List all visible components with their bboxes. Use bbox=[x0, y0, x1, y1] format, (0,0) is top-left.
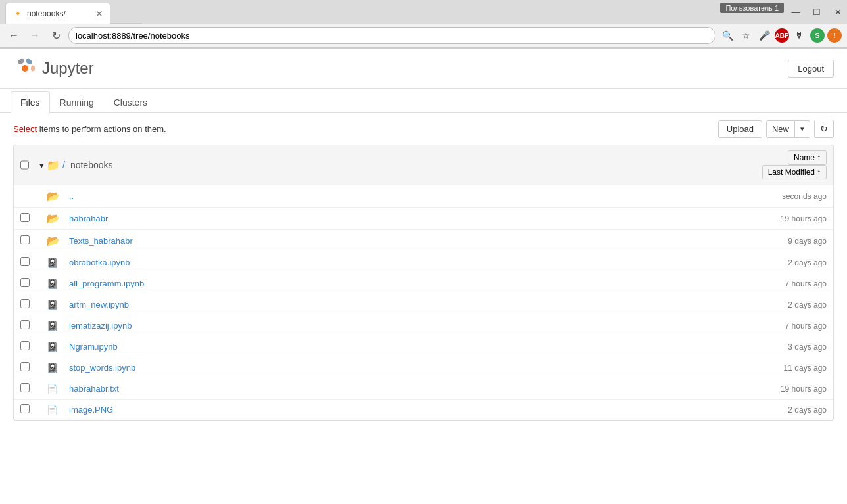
breadcrumb-root-link[interactable]: / bbox=[62, 160, 65, 170]
habrahabr-modified: 19 hours ago bbox=[721, 214, 827, 223]
lematizazij-checkbox[interactable] bbox=[20, 320, 30, 329]
back-button[interactable]: ← bbox=[5, 27, 22, 44]
file-row-all-programm: 📓 all_programm.ipynb 7 hours ago bbox=[14, 273, 833, 294]
obrabotka-check-area bbox=[20, 257, 47, 268]
parent-modified: seconds ago bbox=[721, 192, 827, 201]
select-text-rest: items to perform actions on them. bbox=[39, 124, 166, 134]
texts-checkbox[interactable] bbox=[20, 235, 30, 244]
all-programm-check-area bbox=[20, 278, 47, 289]
logout-button[interactable]: Logout bbox=[788, 60, 834, 78]
tab-bar: 🔸 notebooks/ ✕ Пользователь 1 — ☐ ✕ bbox=[0, 0, 847, 24]
lematizazij-notebook-icon: 📓 bbox=[47, 321, 62, 331]
all-programm-checkbox[interactable] bbox=[20, 278, 30, 287]
lematizazij-modified: 7 hours ago bbox=[721, 321, 827, 331]
mic-icon[interactable]: 🎤 bbox=[756, 28, 772, 43]
image-png-icon: 📄 bbox=[47, 405, 62, 415]
address-input[interactable] bbox=[68, 27, 715, 44]
ngram-notebook-icon: 📓 bbox=[47, 342, 62, 352]
orange-extension-icon[interactable]: ! bbox=[827, 28, 842, 43]
artm-link[interactable]: artm_new.ipynb bbox=[69, 300, 129, 309]
habrahabr-checkbox[interactable] bbox=[20, 213, 30, 222]
habrahabr-txt-checkbox[interactable] bbox=[20, 383, 30, 392]
file-row-lematizazij: 📓 lematizazij.ipynb 7 hours ago bbox=[14, 315, 833, 336]
new-button-group: New ▾ bbox=[766, 120, 810, 138]
image-png-checkbox[interactable] bbox=[20, 404, 30, 413]
parent-name-cell: 📂 .. bbox=[47, 190, 721, 202]
obrabotka-link[interactable]: obrabotka.ipynb bbox=[69, 258, 130, 267]
browser-tab[interactable]: 🔸 notebooks/ ✕ bbox=[5, 3, 110, 24]
search-icon[interactable]: 🔍 bbox=[719, 28, 735, 43]
habrahabr-check-area bbox=[20, 213, 47, 224]
artm-checkbox[interactable] bbox=[20, 299, 30, 308]
select-help-text: Select items to perform actions on them. bbox=[13, 124, 166, 134]
file-row-habrahabr: 📂 habrahabr 19 hours ago bbox=[14, 208, 833, 230]
habrahabr-txt-link[interactable]: habrahabr.txt bbox=[69, 384, 119, 394]
habrahabr-txt-modified: 19 hours ago bbox=[721, 384, 827, 394]
maximize-button[interactable]: ☐ bbox=[808, 3, 826, 21]
star-icon[interactable]: ☆ bbox=[738, 28, 754, 43]
forward-button[interactable]: → bbox=[26, 27, 43, 44]
tab-title: notebooks/ bbox=[27, 9, 91, 18]
new-dropdown-arrow: ▾ bbox=[800, 125, 804, 133]
new-button[interactable]: New bbox=[766, 120, 795, 138]
sort-name-button[interactable]: Name ↑ bbox=[788, 150, 827, 165]
parent-link[interactable]: .. bbox=[69, 191, 74, 201]
stop-words-checkbox[interactable] bbox=[20, 362, 30, 371]
all-programm-link[interactable]: all_programm.ipynb bbox=[69, 279, 144, 288]
tab-files[interactable]: Files bbox=[11, 91, 50, 113]
image-png-link[interactable]: image.PNG bbox=[69, 405, 113, 415]
toolbar-right: Upload New ▾ ↻ bbox=[718, 120, 834, 138]
select-all-area: ▾ bbox=[20, 158, 47, 173]
lematizazij-check-area bbox=[20, 320, 47, 331]
texts-check-area bbox=[20, 235, 47, 246]
sort-modified-arrow: ↑ bbox=[817, 168, 821, 177]
svg-point-5 bbox=[17, 58, 25, 65]
upload-button[interactable]: Upload bbox=[718, 120, 762, 138]
artm-name-cell: 📓 artm_new.ipynb bbox=[47, 300, 721, 310]
abp-extension-icon[interactable]: ABP bbox=[775, 28, 789, 43]
close-button[interactable]: ✕ bbox=[829, 3, 847, 21]
refresh-button[interactable]: ↻ bbox=[814, 120, 834, 138]
texts-name-cell: 📂 Texts_habrahabr bbox=[47, 235, 721, 247]
ngram-checkbox[interactable] bbox=[20, 341, 30, 350]
page-content: Jupyter Logout Files Running Clusters Se… bbox=[0, 49, 847, 427]
sort-modified-label: Last Modified bbox=[768, 168, 815, 177]
obrabotka-name-cell: 📓 obrabotka.ipynb bbox=[47, 258, 721, 268]
artm-check-area bbox=[20, 299, 47, 310]
tab-close-btn[interactable]: ✕ bbox=[95, 9, 103, 19]
svg-point-3 bbox=[22, 65, 28, 72]
mic2-icon[interactable]: 🎙 bbox=[792, 28, 808, 43]
stop-words-link[interactable]: stop_words.ipynb bbox=[69, 363, 135, 373]
obrabotka-checkbox[interactable] bbox=[20, 257, 30, 266]
habrahabr-txt-name-cell: 📄 habrahabr.txt bbox=[47, 384, 721, 394]
file-row-texts-habrahabr: 📂 Texts_habrahabr 9 days ago bbox=[14, 230, 833, 252]
sort-modified-button[interactable]: Last Modified ↑ bbox=[762, 165, 827, 179]
habrahabr-link[interactable]: habrahabr bbox=[69, 214, 108, 223]
green-extension-icon[interactable]: S bbox=[810, 28, 825, 43]
select-text-1: Select bbox=[13, 124, 37, 134]
file-row-habrahabr-txt: 📄 habrahabr.txt 19 hours ago bbox=[14, 378, 833, 400]
reload-button[interactable]: ↻ bbox=[47, 27, 64, 44]
lematizazij-name-cell: 📓 lematizazij.ipynb bbox=[47, 321, 721, 331]
image-png-name-cell: 📄 image.PNG bbox=[47, 405, 721, 415]
parent-folder-icon: 📂 bbox=[47, 190, 62, 202]
file-toolbar: Select items to perform actions on them.… bbox=[13, 120, 834, 138]
new-dropdown-button[interactable]: ▾ bbox=[795, 120, 810, 138]
tab-clusters[interactable]: Clusters bbox=[104, 91, 157, 113]
file-row-ngram: 📓 Ngram.ipynb 3 days ago bbox=[14, 336, 833, 357]
image-png-modified: 2 days ago bbox=[721, 405, 827, 415]
tab-running[interactable]: Running bbox=[50, 91, 104, 113]
texts-link[interactable]: Texts_habrahabr bbox=[69, 236, 133, 246]
stop-words-notebook-icon: 📓 bbox=[47, 363, 62, 373]
habrahabr-name-cell: 📂 habrahabr bbox=[47, 212, 721, 225]
select-all-checkbox[interactable] bbox=[20, 160, 29, 170]
lematizazij-link[interactable]: lematizazij.ipynb bbox=[69, 321, 132, 331]
ngram-link[interactable]: Ngram.ipynb bbox=[69, 342, 118, 352]
breadcrumb-area: 📁 / notebooks bbox=[47, 159, 721, 172]
ngram-name-cell: 📓 Ngram.ipynb bbox=[47, 342, 721, 352]
file-row-obrabotka: 📓 obrabotka.ipynb 2 days ago bbox=[14, 252, 833, 273]
minimize-button[interactable]: — bbox=[786, 3, 805, 21]
all-programm-notebook-icon: 📓 bbox=[47, 279, 62, 289]
file-row-artm-new: 📓 artm_new.ipynb 2 days ago bbox=[14, 294, 833, 315]
breadcrumb-folder-icon: 📁 bbox=[47, 159, 60, 172]
